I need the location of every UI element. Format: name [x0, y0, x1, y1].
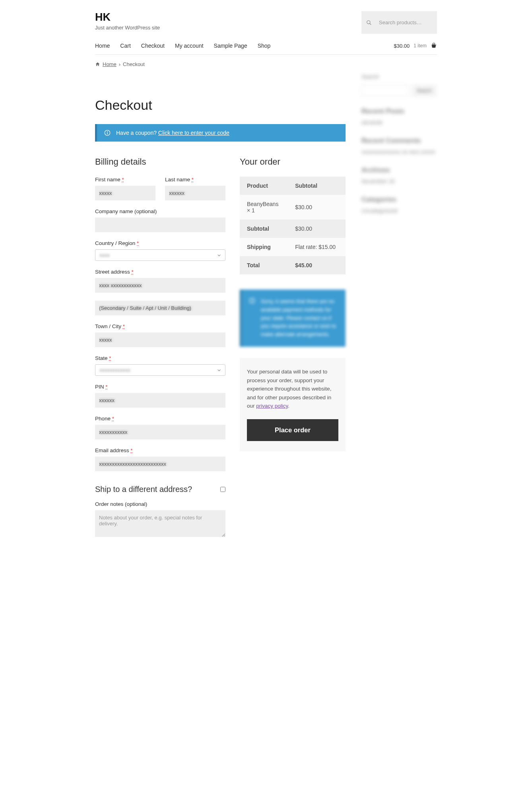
nav-shop[interactable]: Shop	[258, 43, 271, 49]
sidebar-search-button[interactable]: Search	[412, 85, 436, 96]
coupon-link[interactable]: Click here to enter your code	[158, 130, 229, 136]
svg-line-1	[370, 23, 371, 25]
state-label: State *	[95, 355, 225, 361]
coupon-prompt: Have a coupon?	[116, 130, 157, 136]
country-select[interactable]: xxxx	[95, 249, 225, 261]
site-tagline: Just another WordPress site	[95, 25, 160, 31]
svg-rect-7	[252, 300, 252, 302]
order-table: Product Subtotal BeanyBeans× 1 $30.00 Su…	[240, 177, 346, 274]
col-product: Product	[240, 177, 288, 195]
ship-heading: Ship to a different address?	[95, 485, 192, 494]
svg-rect-4	[107, 132, 107, 134]
privacy-box: Your personal data will be used to proce…	[240, 358, 346, 451]
order-total-row: Total $45.00	[240, 256, 346, 274]
pin-label: PIN *	[95, 384, 225, 390]
col-subtotal: Subtotal	[288, 177, 346, 195]
first-name-label: First name *	[95, 177, 155, 183]
chevron-down-icon	[217, 253, 221, 257]
chevron-down-icon	[217, 368, 221, 372]
search-input[interactable]	[375, 15, 432, 30]
cart-summary[interactable]: $30.00 1 item	[394, 43, 437, 49]
archives-title: Archives	[361, 166, 437, 174]
nav-sample-page[interactable]: Sample Page	[214, 43, 247, 49]
info-icon	[104, 130, 111, 136]
first-name-input[interactable]	[95, 186, 155, 200]
privacy-policy-link[interactable]: privacy policy	[256, 403, 288, 409]
primary-nav: Home Cart Checkout My account Sample Pag…	[95, 43, 270, 49]
page-title: Checkout	[95, 97, 346, 113]
street2-input[interactable]	[95, 301, 225, 315]
svg-point-6	[252, 299, 252, 300]
last-name-input[interactable]	[165, 186, 225, 200]
state-select[interactable]: xxxxxxxxxxxx	[95, 364, 225, 376]
product-search[interactable]	[361, 11, 437, 34]
order-notes-label: Order notes (optional)	[95, 501, 225, 507]
search-icon	[366, 20, 372, 25]
sidebar-search-input[interactable]	[361, 85, 409, 96]
order-notes-input[interactable]	[95, 510, 225, 537]
category-link[interactable]: Uncategorized	[361, 208, 437, 214]
svg-point-3	[107, 131, 108, 132]
email-label: Email address *	[95, 447, 225, 453]
breadcrumb-home[interactable]: Home	[103, 61, 116, 67]
svg-point-0	[367, 20, 370, 23]
recent-comment-link[interactable]: xxxxxxxxxxxxxx on test comm	[361, 149, 437, 155]
phone-label: Phone *	[95, 416, 225, 422]
cart-amount: $30.00	[394, 43, 410, 49]
recent-comments-title: Recent Comments	[361, 137, 437, 145]
nav-home[interactable]: Home	[95, 43, 110, 49]
recent-post-link[interactable]: wtrwtreb	[361, 119, 437, 126]
last-name-label: Last name *	[165, 177, 225, 183]
country-label: Country / Region *	[95, 240, 225, 246]
breadcrumb: Home › Checkout	[95, 55, 437, 74]
phone-input[interactable]	[95, 425, 225, 439]
coupon-banner: Have a coupon? Click here to enter your …	[95, 124, 346, 142]
order-heading: Your order	[240, 157, 346, 167]
city-input[interactable]	[95, 332, 225, 347]
pin-input[interactable]	[95, 393, 225, 408]
site-title: HK	[95, 11, 160, 23]
ship-different-checkbox[interactable]	[220, 487, 225, 492]
order-shipping-row: Shipping Flat rate: $15.00	[240, 238, 346, 256]
sidebar: Search Search Recent Posts wtrwtreb Rece…	[361, 74, 437, 225]
categories-title: Categories	[361, 196, 437, 204]
archive-link[interactable]: November 20	[361, 178, 437, 185]
street-label: Street address *	[95, 269, 225, 275]
recent-posts-title: Recent Posts	[361, 107, 437, 115]
home-icon	[95, 62, 100, 67]
nav-my-account[interactable]: My account	[175, 43, 204, 49]
place-order-button[interactable]: Place order	[247, 419, 338, 441]
street1-input[interactable]	[95, 278, 225, 293]
city-label: Town / City *	[95, 323, 225, 329]
nav-checkout[interactable]: Checkout	[141, 43, 165, 49]
breadcrumb-current: Checkout	[123, 61, 145, 67]
info-icon	[249, 297, 255, 304]
basket-icon	[431, 43, 437, 49]
nav-cart[interactable]: Cart	[120, 43, 130, 49]
email-input[interactable]	[95, 457, 225, 471]
order-item-row: BeanyBeans× 1 $30.00	[240, 195, 346, 220]
company-input[interactable]	[95, 218, 225, 232]
order-subtotal-row: Subtotal $30.00	[240, 220, 346, 238]
company-label: Company name (optional)	[95, 208, 225, 214]
cart-count: 1 item	[414, 43, 427, 49]
billing-heading: Billing details	[95, 157, 225, 167]
payment-notice: Sorry, it seems that there are no availa…	[240, 290, 346, 347]
